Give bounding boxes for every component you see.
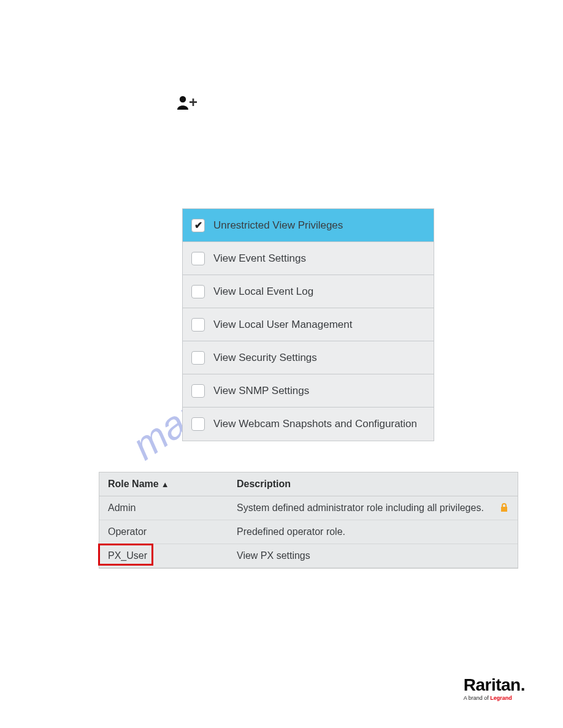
column-header-role-name[interactable]: Role Name ▲ [108,479,237,490]
privilege-label: Unrestricted View Privileges [213,219,343,232]
privilege-label: View Security Settings [213,352,317,364]
role-name-cell: Operator [108,526,237,537]
header-text: Role Name [108,479,159,490]
brand-block: Raritan. A brand of Legrand [464,677,525,701]
privilege-label: View SNMP Settings [213,385,309,397]
checkbox[interactable] [191,351,205,365]
privilege-row[interactable]: View Local User Management [183,308,434,341]
roles-body: Admin System defined administrator role … [99,496,518,568]
checkbox[interactable] [191,318,205,332]
role-desc-cell: Predefined operator role. [237,526,509,537]
checkbox[interactable] [191,252,205,265]
person-icon [177,95,190,110]
sort-asc-icon: ▲ [161,480,169,489]
column-header-description[interactable]: Description [237,479,509,490]
check-icon: ✔ [194,219,202,231]
roles-header-row: Role Name ▲ Description [99,472,518,496]
roles-table: Role Name ▲ Description Admin System def… [99,472,518,569]
lock-icon [499,502,509,515]
privilege-label: View Local Event Log [213,286,313,298]
brand-tagline: A brand of Legrand [464,695,525,701]
plus-icon: + [189,95,197,110]
brand-tag-prefix: A brand of [464,695,491,701]
privilege-row[interactable]: View Webcam Snapshots and Configuration [183,408,434,441]
privilege-row[interactable]: View SNMP Settings [183,374,434,408]
role-desc-cell: System defined administrator role includ… [237,502,509,514]
privilege-row[interactable]: View Security Settings [183,341,434,374]
brand-name: Raritan. [464,677,525,694]
checkbox[interactable] [191,384,205,398]
table-row[interactable]: Operator Predefined operator role. [99,520,518,544]
privilege-label: View Webcam Snapshots and Configuration [213,418,417,430]
privilege-label: View Event Settings [213,252,306,265]
privilege-row[interactable]: View Local Event Log [183,275,434,308]
role-desc-cell: View PX settings [237,550,509,561]
privileges-list: ✔ Unrestricted View Privileges View Even… [182,208,434,441]
header-text: Description [237,479,291,489]
role-name-cell: Admin [108,502,237,514]
svg-point-0 [180,96,186,102]
checkbox[interactable] [191,417,205,431]
add-user-button[interactable]: + [177,95,197,110]
checkbox[interactable]: ✔ [191,219,205,232]
checkbox[interactable] [191,285,205,298]
role-name-cell: PX_User [108,550,237,561]
table-row[interactable]: Admin System defined administrator role … [99,496,518,520]
privilege-row[interactable]: View Event Settings [183,242,434,275]
privilege-label: View Local User Management [213,319,352,331]
table-row[interactable]: PX_User View PX settings [99,544,518,568]
privilege-row[interactable]: ✔ Unrestricted View Privileges [183,209,434,242]
brand-tag-red: Legrand [490,695,512,701]
